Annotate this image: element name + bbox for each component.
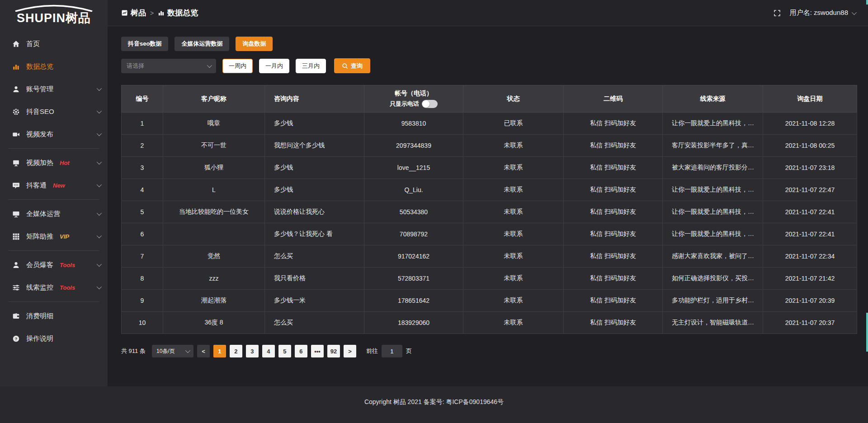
cell-no: 1 <box>122 113 163 135</box>
lead-source-link[interactable]: 被大家追着问的客厅投影分享... <box>663 157 763 179</box>
tab-inquiry-data[interactable]: 询盘数据 <box>236 37 273 51</box>
gear-icon <box>12 108 20 116</box>
page-button-6[interactable]: 6 <box>295 345 307 357</box>
sidebar-divider <box>8 148 99 149</box>
qr-links[interactable]: 私信 扫码加好友 <box>564 201 663 223</box>
search-icon <box>342 63 348 69</box>
sidebar-item-video-publish[interactable]: 视频发布 <box>0 123 108 146</box>
next-page-button[interactable]: > <box>344 345 356 357</box>
sidebar-item-home[interactable]: 首页 <box>0 33 108 55</box>
status-badge: 未联系 <box>463 201 564 223</box>
data-tabs: 抖音seo数据 全媒体运营数据 询盘数据 <box>121 37 857 51</box>
cell-no: 9 <box>122 290 163 312</box>
page-ellipsis-button[interactable]: ••• <box>311 345 324 357</box>
phone-only-toggle[interactable] <box>422 100 438 108</box>
qr-links[interactable]: 私信 扫码加好友 <box>564 179 663 201</box>
sidebar-item-label: 抖客通 <box>26 181 47 190</box>
lead-source-link[interactable]: 感谢大家喜欢我家，被问了好... <box>663 245 763 268</box>
qr-links[interactable]: 私信 扫码加好友 <box>564 113 663 135</box>
hot-badge: Hot <box>60 160 70 166</box>
qr-links[interactable]: 私信 扫码加好友 <box>564 223 663 245</box>
cell-no: 2 <box>122 135 163 157</box>
lead-source-link[interactable]: 让你一眼就爱上的黑科技，能... <box>663 179 763 201</box>
qr-links[interactable]: 私信 扫码加好友 <box>564 245 663 268</box>
sidebar-item-omni-media[interactable]: 全媒体运营 <box>0 202 108 225</box>
tab-omni-media-data[interactable]: 全媒体运营数据 <box>175 37 229 51</box>
select-placeholder: 请选择 <box>127 62 144 70</box>
sidebar-item-lead-monitor[interactable]: 线索监控 Tools <box>0 276 108 299</box>
copyright-text: Copyright 树品 2021 备案号: 粤ICP备09019646号 <box>364 398 504 405</box>
breadcrumb-current-label: 数据总览 <box>167 8 198 18</box>
sidebar-item-label: 操作说明 <box>26 334 53 343</box>
home-icon <box>12 40 20 48</box>
filter-bar: 请选择 一周内 一月内 三月内 查询 <box>121 58 857 73</box>
page-button-92[interactable]: 92 <box>327 345 340 357</box>
cell-account: 2097344839 <box>364 135 463 157</box>
lead-source-link[interactable]: 客厅安装投影半年多了，真实... <box>663 135 763 157</box>
svg-text:?: ? <box>14 336 17 341</box>
sidebar-item-data-overview[interactable]: 数据总览 <box>0 55 108 78</box>
wallet-icon <box>12 312 20 320</box>
cell-account: 9583810 <box>364 113 463 135</box>
search-button[interactable]: 查询 <box>334 58 370 73</box>
lead-source-link[interactable]: 如何正确选择投影仪，买投影... <box>663 268 763 290</box>
lead-source-link[interactable]: 让你一眼就爱上的黑科技，能... <box>663 223 763 245</box>
sidebar-item-label: 数据总览 <box>26 62 53 71</box>
goto-page-input[interactable] <box>382 345 402 357</box>
qr-links[interactable]: 私信 扫码加好友 <box>564 312 663 334</box>
tab-douyin-seo-data[interactable]: 抖音seo数据 <box>121 37 168 51</box>
lead-source-link[interactable]: 让你一眼就爱上的黑科技，能... <box>663 201 763 223</box>
sidebar-item-label: 全媒体运营 <box>26 210 60 218</box>
range-week-button[interactable]: 一周内 <box>222 59 253 73</box>
sidebar-item-expense-detail[interactable]: 消费明细 <box>0 305 108 327</box>
sidebar-item-video-heating[interactable]: 视频加热 Hot <box>0 151 108 174</box>
prev-page-button[interactable]: < <box>197 345 210 357</box>
account-select[interactable]: 请选择 <box>121 59 216 73</box>
cell-account: Q_Liu. <box>364 179 463 201</box>
fullscreen-icon[interactable] <box>774 9 781 17</box>
cell-content: 说说价格让我死心 <box>265 201 364 223</box>
status-badge: 未联系 <box>463 312 564 334</box>
sidebar-item-member-baoke[interactable]: 会员爆客 Tools <box>0 254 108 276</box>
bar-chart-icon <box>12 62 20 70</box>
sidebar-item-douketong[interactable]: 抖客通 New <box>0 174 108 197</box>
sidebar-item-label: 视频加热 <box>26 159 53 167</box>
cell-account: 572803371 <box>364 268 463 290</box>
cell-nickname: 潮起潮落 <box>163 290 265 312</box>
cell-account: 50534380 <box>364 201 463 223</box>
page-button-4[interactable]: 4 <box>262 345 275 357</box>
page-button-5[interactable]: 5 <box>278 345 291 357</box>
lead-source-link[interactable]: 无主灯设计，智能磁吸轨道灯... <box>663 312 763 334</box>
footer: Copyright 树品 2021 备案号: 粤ICP备09019646号 <box>0 386 868 423</box>
lead-source-link[interactable]: 让你一眼就爱上的黑科技，能... <box>663 113 763 135</box>
cell-content: 怎么买 <box>265 312 364 334</box>
vip-badge: VIP <box>60 233 69 240</box>
scrollbar-thumb[interactable] <box>866 0 868 5</box>
range-quarter-button[interactable]: 三月内 <box>296 59 326 73</box>
page-button-1[interactable]: 1 <box>213 345 226 357</box>
qr-links[interactable]: 私信 扫码加好友 <box>564 290 663 312</box>
sidebar-item-account-mgmt[interactable]: 账号管理 <box>0 78 108 100</box>
cell-content: 多少钱 <box>265 179 364 201</box>
sidebar-item-matrix-boost[interactable]: 矩阵助推 VIP <box>0 225 108 248</box>
qr-links[interactable]: 私信 扫码加好友 <box>564 135 663 157</box>
sidebar-item-instructions[interactable]: ? 操作说明 <box>0 327 108 350</box>
breadcrumb-root[interactable]: 树品 <box>121 8 146 18</box>
page-button-3[interactable]: 3 <box>246 345 259 357</box>
user-menu[interactable]: 用户名: zswodun88 <box>790 9 855 17</box>
cell-date: 2021-11-08 00:25 <box>763 135 857 157</box>
cell-content: 怎么买 <box>265 245 364 268</box>
breadcrumb-current[interactable]: 数据总览 <box>158 8 198 18</box>
qr-links[interactable]: 私信 扫码加好友 <box>564 157 663 179</box>
page-button-2[interactable]: 2 <box>230 345 242 357</box>
range-month-button[interactable]: 一月内 <box>259 59 289 73</box>
chevron-down-icon <box>97 86 102 91</box>
qr-links[interactable]: 私信 扫码加好友 <box>564 268 663 290</box>
sidebar-item-douyin-seo[interactable]: 抖音SEO <box>0 100 108 123</box>
cell-no: 10 <box>122 312 163 334</box>
cell-account: 70898792 <box>364 223 463 245</box>
lead-source-link[interactable]: 多功能护栏灯，适用于乡村文... <box>663 290 763 312</box>
cell-date: 2021-11-07 22:41 <box>763 201 857 223</box>
scrollbar-thumb[interactable] <box>866 313 868 352</box>
page-size-select[interactable]: 10条/页 <box>152 345 193 357</box>
